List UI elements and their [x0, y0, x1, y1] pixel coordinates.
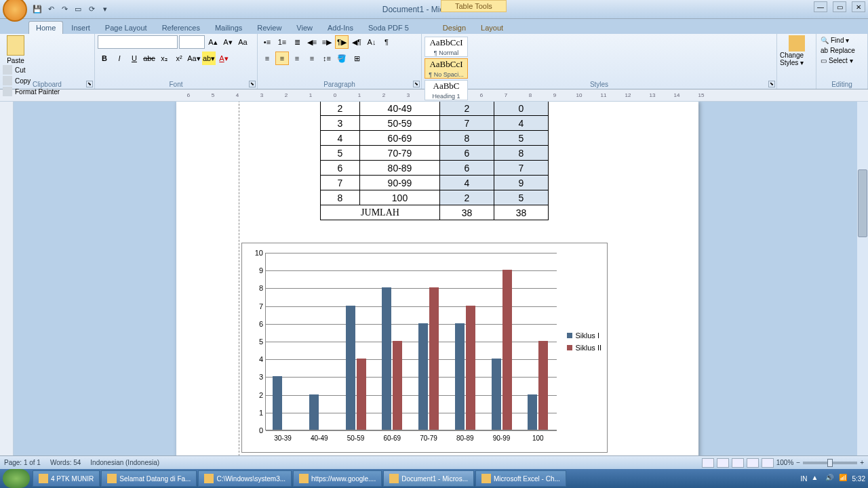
scroll-thumb[interactable] [858, 169, 867, 237]
tab-references[interactable]: References [155, 22, 207, 34]
taskbar-item[interactable]: 4 PTK MUNIR [33, 470, 100, 487]
tab-layout[interactable]: Layout [474, 22, 510, 34]
style---normal[interactable]: AaBbCcI¶ Normal [425, 37, 468, 57]
tray-language[interactable]: IN [801, 475, 808, 483]
font-dialog-launcher[interactable]: ⬊ [249, 81, 256, 87]
tray-network-icon[interactable]: 📶 [839, 474, 848, 483]
tab-page-layout[interactable]: Page Layout [98, 22, 154, 34]
taskbar-item[interactable]: https://www.google.... [293, 470, 382, 487]
subscript-button[interactable]: x₂ [157, 52, 171, 65]
table-row[interactable]: 680-8967 [321, 161, 549, 176]
qat-more-icon[interactable]: ▾ [99, 3, 111, 16]
status-page[interactable]: Page: 1 of 1 [4, 459, 41, 466]
select-button[interactable]: ▭Select ▾ [819, 56, 865, 66]
superscript-button[interactable]: x² [172, 52, 186, 65]
change-case-button[interactable]: Aa▾ [187, 52, 201, 65]
increase-indent-button[interactable]: ≡▶ [320, 35, 334, 49]
web-layout-view-button[interactable] [732, 458, 744, 468]
table-row[interactable]: 350-5974 [321, 116, 549, 131]
justify-button[interactable]: ≡ [305, 52, 319, 65]
table-row[interactable]: 790-9949 [321, 176, 549, 190]
zoom-slider-thumb[interactable] [827, 459, 833, 467]
paragraph-dialog-launcher[interactable]: ⬊ [413, 81, 420, 87]
table-row[interactable]: 240-4920 [321, 102, 549, 116]
tab-addins[interactable]: Add-Ins [321, 22, 360, 34]
document-page[interactable]: 240-4920350-5974460-6985570-7968680-8967… [176, 102, 698, 468]
shrink-font-button[interactable]: A▾ [221, 35, 235, 49]
sort-button[interactable]: A↓ [365, 35, 378, 49]
highlight-button[interactable]: ab▾ [202, 52, 216, 65]
minimize-button[interactable]: — [814, 1, 827, 12]
change-styles-button[interactable]: Change Styles ▾ [780, 35, 814, 66]
full-screen-view-button[interactable] [717, 458, 729, 468]
grow-font-button[interactable]: A▴ [206, 35, 220, 49]
tray-flag-icon[interactable]: ▲ [812, 474, 821, 483]
styles-dialog-launcher[interactable]: ⬊ [768, 81, 775, 87]
vertical-ruler[interactable] [0, 102, 14, 468]
new-icon[interactable]: ▭ [72, 3, 84, 16]
close-button[interactable]: ✕ [852, 1, 865, 12]
data-table[interactable]: 240-4920350-5974460-6985570-7968680-8967… [320, 102, 549, 220]
table-row[interactable]: 460-6985 [321, 131, 549, 146]
tab-view[interactable]: View [290, 22, 319, 34]
font-name-combo[interactable] [98, 35, 178, 49]
font-color-button[interactable]: A▾ [217, 52, 231, 65]
refresh-icon[interactable]: ⟳ [85, 3, 98, 16]
tab-mailings[interactable]: Mailings [208, 22, 249, 34]
decrease-indent-button[interactable]: ◀≡ [305, 35, 319, 49]
zoom-slider[interactable] [803, 462, 857, 464]
clipboard-dialog-launcher[interactable]: ⬊ [86, 81, 93, 87]
taskbar-item[interactable]: Document1 - Micros... [383, 470, 474, 487]
table-row[interactable]: 810025 [321, 190, 549, 205]
align-right-button[interactable]: ≡ [290, 52, 304, 65]
strikethrough-button[interactable]: abc [142, 52, 156, 65]
paste-button[interactable]: Paste [3, 35, 28, 64]
chart-object[interactable]: 01234567891030-3940-4950-5960-6970-7980-… [241, 243, 608, 453]
save-icon[interactable]: 💾 [31, 3, 43, 16]
zoom-out-button[interactable]: − [796, 459, 800, 466]
tab-design[interactable]: Design [436, 22, 473, 34]
tab-insert[interactable]: Insert [64, 22, 97, 34]
table-total-row[interactable]: JUMLAH3838 [321, 205, 549, 220]
multilevel-list-button[interactable]: ≣ [290, 35, 304, 49]
vertical-scrollbar[interactable] [857, 102, 868, 468]
bullets-button[interactable]: •≡ [260, 35, 274, 49]
underline-button[interactable]: U [127, 52, 141, 65]
borders-button[interactable]: ⊞ [350, 52, 363, 65]
align-center-button[interactable]: ≡ [275, 52, 289, 65]
line-spacing-button[interactable]: ↕≡ [320, 52, 334, 65]
zoom-in-button[interactable]: + [860, 459, 864, 466]
style---no-spaci---[interactable]: AaBbCcI¶ No Spaci... [425, 58, 468, 79]
print-layout-view-button[interactable] [702, 458, 714, 468]
maximize-button[interactable]: ▭ [833, 1, 846, 12]
redo-icon[interactable]: ↷ [58, 3, 71, 16]
find-button[interactable]: 🔍Find ▾ [819, 35, 865, 45]
ltr-button[interactable]: ¶▶ [335, 35, 349, 49]
italic-button[interactable]: I [113, 52, 126, 65]
shading-button[interactable]: 🪣 [335, 52, 349, 65]
align-left-button[interactable]: ≡ [260, 52, 274, 65]
office-button[interactable] [3, 0, 27, 22]
font-size-combo[interactable] [179, 35, 205, 49]
undo-icon[interactable]: ↶ [45, 3, 57, 16]
taskbar-item[interactable]: Microsoft Excel - Ch... [475, 470, 566, 487]
table-row[interactable]: 570-7968 [321, 146, 549, 161]
start-button[interactable] [3, 469, 30, 488]
bold-button[interactable]: B [98, 52, 111, 65]
tab-soda-pdf[interactable]: Soda PDF 5 [361, 22, 416, 34]
tray-volume-icon[interactable]: 🔊 [825, 474, 835, 483]
draft-view-button[interactable] [762, 458, 774, 468]
outline-view-button[interactable] [747, 458, 759, 468]
zoom-level[interactable]: 100% [776, 459, 794, 466]
cut-button[interactable]: Cut [3, 64, 92, 75]
status-language[interactable]: Indonesian (Indonesia) [90, 459, 159, 466]
rtl-button[interactable]: ◀¶ [350, 35, 363, 49]
status-words[interactable]: Words: 54 [50, 459, 81, 466]
replace-button[interactable]: abReplace [819, 45, 865, 56]
numbering-button[interactable]: 1≡ [275, 35, 289, 49]
tray-clock[interactable]: 5:32 [852, 475, 865, 483]
tab-home[interactable]: Home [28, 21, 63, 34]
taskbar-item[interactable]: Selamat Datang di Fa... [101, 470, 197, 487]
tab-review[interactable]: Review [250, 22, 288, 34]
show-marks-button[interactable]: ¶ [380, 35, 393, 49]
